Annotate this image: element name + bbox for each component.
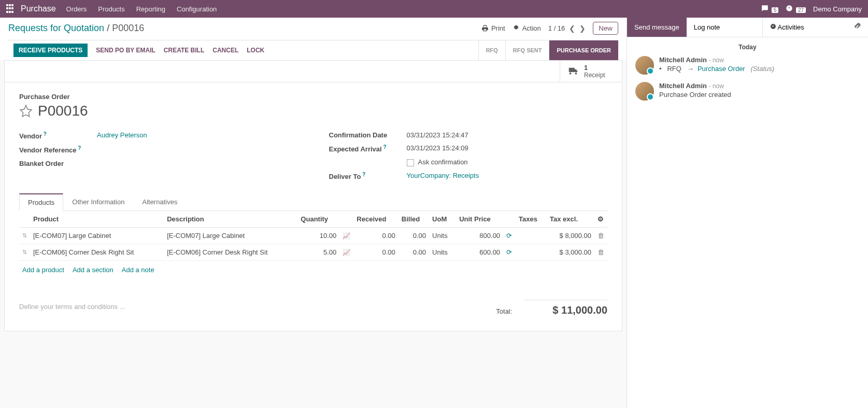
line-uom[interactable]: Units — [429, 228, 456, 244]
col-received: Received — [353, 211, 398, 228]
status-purchase-order[interactable]: PURCHASE ORDER — [549, 40, 618, 60]
page-title: P00016 — [38, 103, 88, 119]
avatar[interactable] — [635, 56, 654, 75]
chatter-panel: Send message Log note Activities Today M… — [627, 18, 868, 408]
clock-icon — [770, 23, 776, 30]
send-message-button[interactable]: Send message — [627, 18, 687, 37]
new-button[interactable]: New — [593, 22, 618, 35]
line-unit-price[interactable]: 600.00 — [456, 244, 503, 261]
avatar[interactable] — [635, 82, 654, 101]
confirm-date-label: Confirmation Date — [329, 131, 407, 139]
refresh-icon[interactable]: ⟳ — [503, 244, 516, 261]
star-icon[interactable] — [19, 104, 33, 118]
status-rfq-sent[interactable]: RFQ SENT — [505, 40, 549, 60]
table-row[interactable]: ⇅ [E-COM06] Corner Desk Right Sit [E-COM… — [19, 244, 607, 261]
pager-count[interactable]: 1 / 16 — [548, 24, 565, 32]
line-qty[interactable]: 10.00 — [297, 228, 339, 244]
line-desc[interactable]: [E-COM06] Corner Desk Right Sit — [164, 244, 297, 261]
apps-icon[interactable] — [6, 4, 16, 13]
msg-time: - now — [709, 82, 724, 90]
msg-author[interactable]: Mitchell Admin — [659, 56, 707, 64]
ask-confirm-checkbox[interactable] — [407, 159, 414, 166]
breadcrumb-parent[interactable]: Requests for Quotation — [8, 23, 104, 33]
forecast-icon[interactable]: 📈 — [339, 244, 353, 261]
activity-icon[interactable]: 27 — [786, 5, 806, 13]
truck-icon — [567, 66, 579, 77]
lock-button[interactable]: LOCK — [247, 47, 264, 54]
receipt-count: 1 — [584, 64, 605, 72]
chat-badge: 5 — [772, 7, 779, 13]
blanket-label: Blanket Order — [19, 160, 97, 167]
table-row[interactable]: ⇅ [E-COM07] Large Cabinet [E-COM07] Larg… — [19, 228, 607, 244]
drag-handle-icon[interactable]: ⇅ — [19, 244, 30, 261]
line-product[interactable]: [E-COM06] Corner Desk Right Sit — [30, 244, 164, 261]
activities-button[interactable]: Activities — [762, 18, 812, 37]
chatter-message: Mitchell Admin - now • RFQ → Purchase Or… — [635, 56, 860, 75]
order-lines-table: Product Description Quantity Received Bi… — [19, 211, 607, 261]
line-received: 0.00 — [353, 244, 398, 261]
menu-products[interactable]: Products — [98, 5, 124, 13]
action-button[interactable]: Action — [513, 24, 541, 32]
receive-products-button[interactable]: RECEIVE PRODUCTS — [13, 44, 88, 57]
control-panel: Requests for Quotation / P00016 Print Ac… — [0, 18, 627, 60]
line-billed: 0.00 — [399, 228, 429, 244]
vendor-value[interactable]: Audrey Peterson — [97, 131, 147, 140]
add-note-link[interactable]: Add a note — [122, 266, 154, 274]
forecast-icon[interactable]: 📈 — [339, 228, 353, 244]
drag-handle-icon[interactable]: ⇅ — [19, 228, 30, 244]
menu-reporting[interactable]: Reporting — [136, 5, 165, 13]
msg-rfq: RFQ — [667, 65, 681, 73]
send-po-button[interactable]: SEND PO BY EMAIL — [96, 47, 155, 54]
line-uom[interactable]: Units — [429, 244, 456, 261]
line-taxes[interactable] — [516, 244, 547, 261]
pager-prev[interactable]: ❮ — [569, 24, 575, 33]
msg-author[interactable]: Mitchell Admin — [659, 82, 707, 90]
form-sheet: 1 Receipt Purchase Order P00016 Vendor ?… — [4, 60, 622, 331]
refresh-icon[interactable]: ⟳ — [503, 228, 516, 244]
line-tax-excl: $ 8,000.00 — [547, 228, 594, 244]
col-taxes: Taxes — [516, 211, 547, 228]
tab-alternatives[interactable]: Alternatives — [133, 193, 186, 210]
create-bill-button[interactable]: CREATE BILL — [164, 47, 204, 54]
line-received: 0.00 — [353, 228, 398, 244]
tab-other[interactable]: Other Information — [63, 193, 133, 210]
pager-next[interactable]: ❯ — [579, 24, 586, 33]
company-selector[interactable]: Demo Company — [813, 5, 862, 13]
line-taxes[interactable] — [516, 228, 547, 244]
add-product-link[interactable]: Add a product — [22, 266, 64, 274]
chatter-date: Today — [635, 44, 860, 51]
line-desc[interactable]: [E-COM07] Large Cabinet — [164, 228, 297, 244]
deliver-to-value[interactable]: YourCompany: Receipts — [407, 172, 479, 180]
add-section-link[interactable]: Add a section — [73, 266, 113, 274]
confirm-date-value: 03/31/2023 15:24:47 — [407, 131, 468, 139]
status-rfq[interactable]: RFQ — [478, 40, 505, 60]
breadcrumb-current: P00016 — [112, 23, 144, 33]
arrow-icon: → — [687, 65, 694, 73]
col-unit: Unit Price — [456, 211, 503, 228]
attach-icon[interactable] — [846, 18, 868, 37]
arrival-date-value[interactable]: 03/31/2023 15:24:09 — [407, 144, 468, 153]
delete-line-icon[interactable]: 🗑 — [594, 228, 607, 244]
col-settings-icon[interactable]: ⚙ — [594, 211, 607, 228]
vendor-ref-label: Vendor Reference ? — [19, 145, 97, 154]
line-tax-excl: $ 3,000.00 — [547, 244, 594, 261]
line-product[interactable]: [E-COM07] Large Cabinet — [30, 228, 164, 244]
line-qty[interactable]: 5.00 — [297, 244, 339, 261]
cancel-button[interactable]: CANCEL — [212, 47, 238, 54]
col-desc: Description — [164, 211, 297, 228]
breadcrumb: Requests for Quotation / P00016 — [8, 23, 144, 34]
menu-configuration[interactable]: Configuration — [177, 5, 217, 13]
print-button[interactable]: Print — [481, 24, 505, 32]
delete-line-icon[interactable]: 🗑 — [594, 244, 607, 261]
tab-products[interactable]: Products — [19, 193, 63, 211]
receipt-stat-button[interactable]: 1 Receipt — [560, 61, 622, 82]
vendor-label: Vendor ? — [19, 131, 97, 140]
msg-po-link[interactable]: Purchase Order — [698, 65, 745, 73]
menu-orders[interactable]: Orders — [66, 5, 87, 13]
log-note-button[interactable]: Log note — [687, 18, 728, 37]
chatter-message: Mitchell Admin - now Purchase Order crea… — [635, 82, 860, 101]
terms-input[interactable]: Define your terms and conditions ... — [19, 300, 473, 316]
line-unit-price[interactable]: 800.00 — [456, 228, 503, 244]
chat-icon[interactable]: 5 — [761, 5, 778, 13]
app-title[interactable]: Purchase — [21, 4, 56, 13]
